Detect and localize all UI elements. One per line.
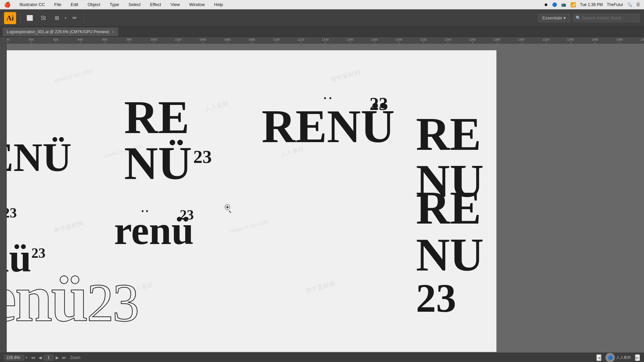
ruler-top-tick [105, 41, 105, 43]
pen-tool-icon[interactable]: ✏ [69, 13, 80, 23]
menu-window[interactable]: Window [187, 1, 207, 8]
apple-logo-icon[interactable]: 🍎 [4, 1, 11, 8]
ruler-top-tick [374, 41, 375, 43]
ruler-top-label: 880 [7, 38, 9, 41]
menu-effect[interactable]: Effect [148, 1, 163, 8]
ruler-corner [0, 37, 7, 44]
play-button[interactable]: ▶ [635, 354, 640, 361]
ruler-top-label: 1240 [444, 38, 451, 41]
design7-23: 23 [416, 278, 484, 318]
next-page-button[interactable]: ▶ [54, 355, 60, 361]
ruler-top-tick [546, 41, 546, 43]
ruler-top-label: 1360 [592, 38, 598, 41]
watermark-badge: 🔵 人人素材 [605, 353, 631, 362]
ruler-top-label: 1120 [298, 38, 304, 41]
design2-nu: NÜ23 [124, 141, 212, 185]
ruler-top-tick [571, 41, 571, 43]
styles-icon[interactable]: St [38, 13, 49, 23]
ruler-top-tick [448, 41, 448, 43]
design-2: RE NÜ23 [124, 94, 212, 185]
menubar-right: ⏺ 🔵 📺 📶 Tue 1:38 PM TheFutur 🔍 ☰ [544, 2, 640, 7]
zoom-cursor-circle [225, 204, 230, 210]
zoom-cursor-h [226, 207, 229, 207]
ruler-top-label: 1020 [175, 38, 182, 41]
ruler-top-tick [178, 41, 179, 43]
ruler-top-label: 1160 [346, 38, 353, 41]
grid-icon[interactable]: ⊞ [51, 13, 62, 23]
menu-file[interactable]: File [52, 1, 63, 8]
ruler-top-tick [620, 41, 620, 43]
essentials-button[interactable]: Essentials ▾ [538, 14, 570, 22]
time-display: Tue 1:38 PM [580, 2, 603, 7]
menu-list-icon[interactable]: ☰ [636, 2, 640, 7]
ruler-top-tick [399, 41, 399, 43]
ruler-top-tick [276, 41, 277, 43]
record-icon: ⏺ [544, 2, 548, 7]
menu-view[interactable]: View [168, 1, 182, 8]
design-8: enü23 [7, 265, 138, 332]
page-number-input[interactable] [44, 355, 54, 361]
design8-enu23: enü23 [7, 265, 138, 332]
menu-object[interactable]: Object [86, 1, 102, 8]
ruler-top-label: 1080 [249, 38, 255, 41]
ruler-top-tick [203, 41, 203, 43]
ruler-top-tick [522, 41, 522, 43]
ai-logo: Ai [4, 12, 16, 24]
ruler-top-label: 1340 [567, 38, 574, 41]
search-menu-icon[interactable]: 🔍 [627, 2, 632, 7]
artboard: www.rr-sc.com 人人素材 教学素材网 www.rr-sc.com 人… [7, 50, 496, 352]
artboard-container[interactable]: www.rr-sc.com 人人素材 教学素材网 www.rr-sc.com 人… [7, 44, 644, 353]
status-right: ◀ 🔵 人人素材 ▶ [596, 353, 640, 362]
tab-close-button[interactable]: × [112, 30, 114, 34]
zoom-cursor [225, 204, 232, 212]
stock-search-input[interactable] [573, 14, 640, 22]
grid-dropdown-icon[interactable]: ▾ [65, 16, 66, 20]
stock-search-icon: 🔍 [576, 15, 581, 20]
ruler-top-label: 940 [78, 38, 83, 41]
play-back-button[interactable]: ◀ [596, 354, 601, 361]
ruler-top-label: 900 [29, 38, 34, 41]
ruler-left [0, 44, 7, 353]
transform-icon[interactable]: ⬜ [24, 13, 35, 23]
user-display: TheFutur [607, 2, 623, 7]
design7-nu: NU [416, 231, 484, 278]
ruler-top-label: 1040 [200, 38, 206, 41]
ruler-top-label: 1200 [395, 38, 402, 41]
design2-re: RE [124, 94, 212, 141]
ruler-top-tick [252, 41, 252, 43]
essentials-label: Essentials [542, 15, 562, 20]
first-page-button[interactable]: ⏮ [30, 355, 37, 361]
ruler-top-label: 1140 [322, 38, 329, 41]
status-bar: ▾ ⏮ ◀ ▶ ⏭ Zoom ◀ 🔵 人人素材 ▶ [0, 353, 644, 362]
screen-icon: 🔵 [552, 2, 557, 7]
ruler-top-tick [31, 41, 32, 43]
ruler-top-label: 1100 [273, 38, 280, 41]
menu-help[interactable]: Help [212, 1, 225, 8]
ruler-top-tick [7, 41, 7, 43]
menu-select[interactable]: Select [126, 1, 143, 8]
ruler-top-tick [301, 41, 301, 43]
menu-app-name[interactable]: Illustrator CC [17, 1, 47, 8]
last-page-button[interactable]: ⏭ [61, 355, 67, 361]
zoom-control: ▾ [4, 355, 27, 361]
ruler-top-label: 1300 [518, 38, 525, 41]
zoom-dropdown-icon[interactable]: ▾ [25, 356, 27, 359]
menu-type[interactable]: Type [108, 1, 121, 8]
menu-bar: 🍎 Illustrator CC File Edit Object Type S… [0, 0, 644, 9]
ruler-top-tick [325, 41, 326, 43]
ruler-top-label: 1000 [150, 38, 157, 41]
zoom-input[interactable] [4, 355, 24, 361]
zoom-cursor-line [229, 210, 231, 213]
wifi-icon: 📶 [570, 2, 576, 7]
design7-re: RE [416, 184, 484, 231]
ruler-top-tick [497, 41, 497, 43]
design6-dots: •• [142, 208, 150, 215]
toolbar-sep-2 [84, 14, 84, 22]
ruler-top-label: 1380 [616, 38, 623, 41]
menu-edit[interactable]: Edit [69, 1, 80, 8]
ruler-top-label: 1180 [371, 38, 378, 41]
prev-page-button[interactable]: ◀ [37, 355, 43, 361]
ruler-top-label: 1280 [494, 38, 500, 41]
ruler-top-tick [350, 41, 350, 43]
document-tab[interactable]: Logoexploration_001.ai @ 226.6% (CMYK/GP… [3, 27, 118, 36]
